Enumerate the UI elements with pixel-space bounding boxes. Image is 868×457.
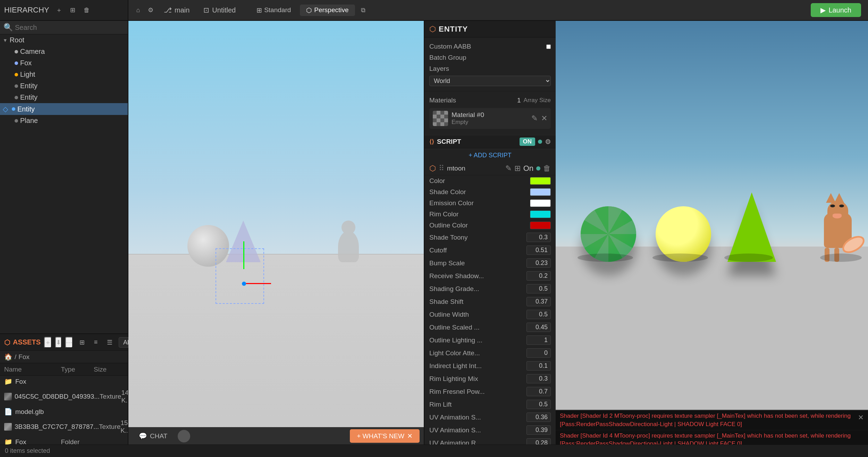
texture2-thumb	[4, 423, 12, 431]
bump-scale-input[interactable]	[526, 258, 551, 268]
emission-color-swatch[interactable]	[530, 199, 551, 207]
viewport-sphere	[187, 225, 229, 267]
shading-grade-input[interactable]	[526, 284, 551, 293]
untitled-tab[interactable]: ⊡ Untitled	[197, 2, 242, 18]
light-dot-icon	[15, 73, 18, 76]
asset-row-model1[interactable]: 📄model.glb	[0, 406, 128, 417]
prop-indirect-light: Indirect Light Int...	[424, 359, 556, 372]
rim-color-swatch[interactable]	[530, 210, 551, 218]
rim-fresnel-input[interactable]	[526, 387, 551, 396]
uv-anim-s1-input[interactable]	[526, 413, 551, 422]
asset-row-fox2[interactable]: 📁Fox Folder	[0, 436, 128, 444]
viewport-background	[128, 21, 424, 444]
add-entity-button[interactable]: ＋	[53, 5, 65, 16]
outline-scaled-input[interactable]	[526, 323, 551, 332]
asset-row-tex1[interactable]: 045C5C_0D8DBD_049393... Texture 14.9 K..…	[0, 387, 128, 406]
tree-item-root[interactable]: ▼ Root	[0, 34, 128, 46]
outline-lighting-input[interactable]	[526, 335, 551, 345]
perspective-icon: ⬡	[306, 6, 312, 14]
standard-icon: ⊞	[256, 6, 262, 14]
delete-button[interactable]: 🗑	[81, 5, 92, 16]
tree-item-entity3[interactable]: ◇ Entity	[0, 103, 128, 115]
tree-item-fox[interactable]: Fox	[0, 57, 128, 69]
layout-toggle-button[interactable]: ⧉	[358, 5, 369, 16]
delete-material-icon[interactable]: ✕	[541, 114, 547, 123]
layers-select[interactable]: World	[429, 76, 551, 86]
tree-item-entity1[interactable]: Entity	[0, 80, 128, 92]
perspective-label: Perspective	[314, 6, 348, 14]
color-swatch[interactable]	[530, 177, 551, 185]
main-tab[interactable]: ⎇ main	[158, 2, 196, 18]
assets-title-label: ASSETS	[13, 338, 41, 346]
asset-row-tex2[interactable]: 3B3B3B_C7C7C7_878787... Texture 15.4 K..…	[0, 417, 128, 436]
perspective-view-button[interactable]: ⬡ Perspective	[300, 5, 355, 16]
list-view-button[interactable]: ≡	[90, 337, 101, 348]
chat-icon: 💬	[139, 432, 147, 440]
asset-tex1-size: 14.9 K...	[121, 389, 128, 404]
prop-outline-width: Outline Width	[424, 308, 556, 321]
home-button[interactable]: ⌂	[133, 5, 144, 16]
camera-label: Camera	[20, 48, 45, 56]
script-row-mtoon: ⬡ ⠿ mtoon ✎ ⊞ On 🗑	[424, 162, 556, 175]
receive-shadow-input[interactable]	[526, 271, 551, 281]
asset-fox-label: Fox	[15, 378, 26, 385]
chat-label: CHAT	[150, 432, 167, 440]
path-icon: 🏠	[4, 353, 12, 361]
fox-body-viewport	[338, 231, 359, 262]
script-settings-icon[interactable]: ⚙	[545, 138, 551, 146]
search-icon: 🔍	[3, 23, 13, 32]
uv-anim-r-input[interactable]	[526, 438, 551, 444]
grid-view-button[interactable]: ⊞	[76, 337, 87, 348]
asset-row-fox[interactable]: 📁Fox	[0, 376, 128, 387]
viewport-canvas[interactable]: 💬 CHAT + WHAT'S NEW ✕	[128, 21, 424, 444]
add-script-button[interactable]: + ADD SCRIPT	[424, 149, 556, 162]
hierarchy-search-input[interactable]	[15, 24, 124, 32]
whats-new-button[interactable]: + WHAT'S NEW ✕	[350, 429, 420, 443]
edit-script-icon[interactable]: ✎	[505, 164, 512, 173]
shade-toony-input[interactable]	[526, 233, 551, 242]
tree-item-plane[interactable]: Plane	[0, 115, 128, 126]
prop-rim-color: Rim Color	[424, 209, 556, 220]
assets-icon: ⬡	[4, 338, 10, 347]
asset-tex1-type: Texture	[100, 393, 121, 400]
outline-color-swatch[interactable]	[530, 222, 551, 229]
materials-header-row: Materials 1 Array Size	[429, 95, 551, 106]
rim-lighting-mix-input[interactable]	[526, 374, 551, 383]
asset-tex2-type: Texture	[99, 423, 120, 431]
rim-color-label: Rim Color	[429, 210, 527, 218]
detail-view-button[interactable]: ☰	[104, 337, 115, 348]
rim-lift-input[interactable]	[526, 400, 551, 409]
outline-width-input[interactable]	[526, 310, 551, 319]
indirect-light-input[interactable]	[526, 361, 551, 371]
material-card[interactable]: Material #0 Empty ✎ ✕	[429, 108, 551, 129]
shade-shift-input[interactable]	[526, 297, 551, 306]
script-mtoon-active-dot	[536, 166, 540, 171]
batch-group-row: Batch Group	[429, 52, 551, 63]
standard-view-button[interactable]: ⊞ Standard	[250, 5, 297, 16]
light-color-atte-input[interactable]	[526, 348, 551, 358]
folder-icon: 📁	[4, 377, 12, 385]
launch-button[interactable]: ▶ Launch	[811, 3, 861, 17]
asset-options-button[interactable]: ⋯	[65, 337, 73, 348]
settings-button[interactable]: ⚙	[145, 5, 156, 16]
viewport-floor	[128, 254, 424, 444]
edit-material-icon[interactable]: ✎	[531, 114, 538, 123]
tree-item-light[interactable]: Light	[0, 69, 128, 80]
script-section-header[interactable]: ⟨⟩ SCRIPT ON ⚙	[424, 135, 556, 149]
add-asset-button[interactable]: ＋	[44, 337, 52, 348]
tree-item-entity2[interactable]: Entity	[0, 92, 128, 103]
chat-button[interactable]: 💬 CHAT	[133, 430, 174, 442]
tree-item-camera[interactable]: Camera	[0, 46, 128, 57]
copy-script-icon[interactable]: ⊞	[514, 164, 521, 173]
import-asset-button[interactable]: ⬇	[55, 337, 62, 348]
cutoff-input[interactable]	[526, 246, 551, 255]
uv-anim-s2-input[interactable]	[526, 425, 551, 435]
duplicate-button[interactable]: ⊞	[67, 5, 78, 16]
top-bar: HIERARCHY ＋ ⊞ 🗑 ⌂ ⚙ ⎇ main ⊡ Untitled ⊞ …	[0, 0, 868, 21]
custom-aabb-checkbox[interactable]	[546, 44, 551, 49]
delete-script-icon[interactable]: 🗑	[543, 164, 551, 173]
camera-dot-icon	[15, 50, 18, 53]
layers-label: Layers	[429, 65, 551, 73]
shade-color-swatch[interactable]	[530, 188, 551, 196]
console-close-button[interactable]: ✕	[858, 413, 864, 422]
